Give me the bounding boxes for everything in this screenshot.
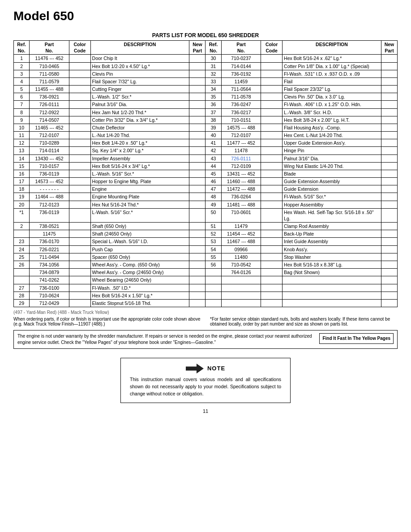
table-cell: 11454 --- 452 [221,230,261,238]
table-cell [69,170,90,177]
table-cell: Hex Cent. L-Nut 1/4-20 Thd. [283,132,381,139]
table-cell [189,101,206,108]
table-cell: Fl-Wash. 5/16" Scr.* [283,193,381,201]
table-cell [189,124,206,131]
table-cell [189,253,206,261]
table-cell: 48 [206,193,221,201]
table-cell [261,162,283,170]
table-cell: 8 [14,108,30,116]
table-cell [261,86,283,93]
table-cell: Hex Bolt 5/16-24 x 3/4" Lg.* [90,162,189,170]
table-cell: Fl-Wash. .531" I.D. x .937 O.D. x .09 [283,70,381,77]
table-cell: 712-0123 [30,201,69,208]
table-cell [189,284,206,292]
table-cell [261,147,283,154]
table-cell [189,132,206,139]
table-cell [189,245,206,253]
table-cell: 7 [14,101,30,108]
table-cell: 27 [14,284,30,292]
table-cell: 11460 --- 488 [221,178,261,185]
table-cell: Cotter Pin 3/32" Dia. x 3/4" Lg.* [90,116,189,124]
table-cell: Hex Bolt 1/2-20 x 4.50" Lg.* [90,62,189,70]
header-color-left: ColorCode [69,41,90,55]
table-cell: Guide Extension [283,185,381,193]
table-cell: 35 [206,93,221,101]
table-cell [189,261,206,268]
table-cell: Hex Bolt 3/8-24 x 2.00" Lg. H.T. [283,116,381,124]
table-cell: Hex Bolt 5/16-24 x 1.50" Lg.* [90,292,189,299]
table-cell: 23 [14,238,30,245]
table-cell: Hex Wash. Hd. Self-Tap Scr. 5/16-18 x .5… [283,208,381,222]
footnote-right: *For faster service obtain standard nuts… [210,317,398,326]
table-cell: 11480 [221,253,261,261]
table-cell [14,230,30,238]
table-cell: Engine [90,185,189,193]
table-cell: 55 [206,253,221,261]
table-cell: Shaft (24650 Only) [90,230,189,238]
table-cell: 31 [206,62,221,70]
table-cell [14,269,30,276]
table-cell [69,101,90,108]
table-cell: 33 [206,77,221,85]
table-cell: Engine Mounting Plate [90,193,189,201]
table-cell: 18 [14,185,30,193]
table-cell: Spacer (650 Only) [90,253,189,261]
table-cell: Sq. Key 1/4" x 2.00" Lg.* [90,147,189,154]
table-cell: 42 [206,147,221,154]
table-cell: 47 [206,185,221,193]
table-cell [261,185,283,193]
table-cell: L.-Wash. 5/16" Scr.* [90,170,189,177]
table-cell [221,292,261,299]
table-cell: 36 [206,101,221,108]
table-cell: Shaft (650 Only) [90,223,189,230]
parts-table-title: PARTS LIST FOR MODEL 650 SHREDDER [13,32,398,39]
table-cell [69,70,90,77]
table-cell [261,154,283,162]
table-cell: 15 [14,162,30,170]
table-cell [189,208,206,222]
table-cell [69,162,90,170]
table-cell: 714-0114 [30,147,69,154]
table-cell: 711-0564 [221,86,261,93]
table-cell: 712-0429 [30,299,69,307]
table-cell [69,86,90,93]
table-cell: Flail Spacer 23/32" Lg. [283,86,381,93]
table-cell [381,261,397,268]
table-cell [381,245,397,253]
table-cell: 37 [206,108,221,116]
table-cell [261,70,283,77]
header-color-right: ColorCode [261,41,283,55]
table-cell [381,253,397,261]
table-cell [261,55,283,62]
header-new-right: NewPart [381,41,397,55]
table-cell: 712-0109 [221,162,261,170]
table-cell [189,276,206,284]
table-cell: 710-0624 [30,292,69,299]
header-desc-right: DESCRIPTION [283,41,381,55]
table-cell [261,230,283,238]
table-cell: 738-0521 [30,223,69,230]
table-cell: Knob Ass'y. [283,245,381,253]
table-cell [261,77,283,85]
table-cell [283,292,381,299]
table-cell: 712-0107 [221,132,261,139]
table-cell: Elastic Stopnut 5/16-18 Thd. [90,299,189,307]
table-cell: 11479 [221,223,261,230]
table-cell: 24 [14,245,30,253]
table-cell: Wheel Ass'y. - Comp. (650 Only) [90,261,189,268]
table-cell: 5 [14,86,30,93]
table-cell: 712-0107 [30,132,69,139]
table-cell [381,101,397,108]
table-cell: 54 [206,245,221,253]
table-cell: 11472 --- 488 [221,185,261,193]
table-cell: 710-0465 [30,62,69,70]
table-cell: 2 [14,62,30,70]
table-cell [221,284,261,292]
table-cell: 2 [14,223,30,230]
table-cell [206,284,221,292]
table-cell [261,201,283,208]
table-cell: 736-0100 [30,284,69,292]
table-cell: 736-0217 [221,108,261,116]
table-cell [69,230,90,238]
table-cell: 39 [206,124,221,131]
